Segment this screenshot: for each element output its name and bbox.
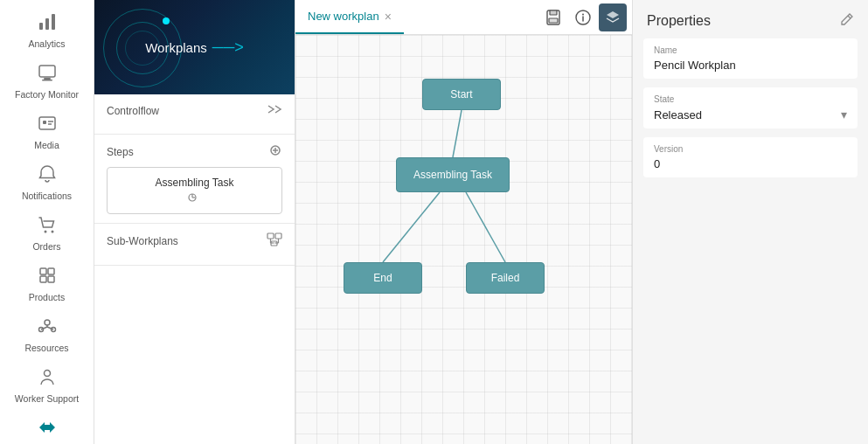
- prop-field-state[interactable]: State Released ▾: [643, 87, 858, 128]
- controlflow-section: Controlflow: [94, 94, 295, 135]
- svg-line-40: [383, 192, 440, 262]
- step-card-icon: [116, 192, 273, 205]
- flow-node-end[interactable]: End: [344, 262, 422, 294]
- svg-rect-7: [43, 121, 46, 124]
- svg-line-41: [466, 192, 505, 262]
- sub-workplans-section: Sub-Workplans: [94, 224, 295, 266]
- steps-section: Steps Assembling Task: [94, 135, 295, 224]
- step-card-assembling[interactable]: Assembling Task: [107, 167, 282, 214]
- main-area: New workplan × Start: [295, 0, 632, 444]
- properties-header: Properties: [633, 0, 868, 38]
- tab-label: New workplan: [308, 10, 379, 23]
- svg-rect-12: [40, 268, 46, 274]
- svg-point-38: [582, 14, 584, 16]
- workplans-icon: [38, 418, 57, 441]
- sidebar-item-label: Orders: [32, 241, 60, 252]
- svg-point-11: [51, 231, 53, 233]
- svg-rect-3: [39, 66, 55, 77]
- steps-title: Steps: [107, 146, 134, 158]
- svg-rect-27: [275, 233, 281, 239]
- workplans-arrow-icon: ──>: [212, 38, 244, 57]
- steps-icon[interactable]: [268, 143, 282, 160]
- svg-line-42: [848, 16, 851, 18]
- sidebar-item-label: Products: [29, 292, 65, 302]
- canvas-area[interactable]: Start Assembling Task End Failed: [295, 35, 632, 444]
- save-button[interactable]: [539, 3, 567, 31]
- prop-value-state: Released: [654, 108, 702, 121]
- sidebar-item-media[interactable]: Media: [0, 107, 94, 157]
- sub-workplans-header: Sub-Workplans: [107, 232, 282, 249]
- svg-rect-6: [39, 117, 55, 129]
- prop-value-version: 0: [654, 157, 847, 170]
- svg-point-16: [45, 320, 50, 325]
- svg-rect-13: [48, 268, 54, 274]
- sidebar: Analytics Factory Monitor Media Notifica…: [0, 0, 94, 444]
- sidebar-item-label: Media: [34, 140, 59, 150]
- sub-workplans-title: Sub-Workplans: [107, 235, 178, 247]
- sidebar-item-label: Notifications: [22, 191, 72, 201]
- sidebar-item-resources[interactable]: Resources: [0, 309, 94, 360]
- svg-line-39: [453, 110, 462, 157]
- svg-rect-4: [44, 78, 51, 80]
- products-icon: [38, 266, 57, 289]
- svg-rect-35: [549, 18, 558, 23]
- prop-field-version: Version 0: [643, 137, 858, 177]
- properties-edit-icon[interactable]: [840, 12, 854, 30]
- node-label-assembling: Assembling Task: [413, 169, 492, 181]
- worker-support-icon: [38, 367, 57, 391]
- prop-value-name: Pencil Workplan: [654, 59, 847, 72]
- orders-icon: [38, 215, 57, 239]
- chevron-down-icon: ▾: [841, 108, 847, 121]
- analytics-icon: [38, 12, 57, 36]
- sidebar-item-worker-support[interactable]: Worker Support: [0, 360, 94, 411]
- controlflow-header: Controlflow: [107, 103, 282, 118]
- svg-rect-15: [48, 276, 54, 282]
- left-panel-title-text: Workplans: [145, 40, 207, 55]
- sidebar-item-label: Resources: [24, 343, 68, 353]
- prop-label-version: Version: [654, 144, 847, 154]
- node-label-start: Start: [450, 88, 472, 101]
- left-panel: Workplans ──> Controlflow Steps A: [94, 0, 295, 444]
- sidebar-item-workplans[interactable]: Workplans: [0, 411, 94, 444]
- svg-rect-0: [39, 23, 43, 30]
- properties-title: Properties: [647, 13, 711, 29]
- prop-field-name: Name Pencil Workplan: [643, 38, 858, 79]
- factory-monitor-icon: [38, 63, 57, 87]
- resources-icon: [38, 316, 57, 340]
- sidebar-item-analytics[interactable]: Analytics: [0, 5, 94, 56]
- sidebar-item-notifications[interactable]: Notifications: [0, 157, 94, 208]
- top-right-icons: [539, 0, 632, 35]
- left-panel-header: Workplans ──>: [94, 0, 295, 94]
- sidebar-item-orders[interactable]: Orders: [0, 208, 94, 259]
- sidebar-item-factory-monitor[interactable]: Factory Monitor: [0, 56, 94, 107]
- sub-workplans-icon[interactable]: [267, 232, 282, 249]
- left-panel-title: Workplans ──>: [145, 38, 244, 57]
- prop-label-state: State: [654, 94, 847, 104]
- tabs-bar: New workplan ×: [295, 0, 632, 35]
- sidebar-item-label: Factory Monitor: [15, 89, 79, 100]
- layers-button[interactable]: [599, 3, 627, 31]
- controlflow-title: Controlflow: [107, 105, 159, 117]
- svg-point-10: [44, 231, 46, 233]
- svg-rect-34: [550, 10, 557, 15]
- svg-rect-1: [45, 18, 49, 30]
- svg-rect-26: [267, 233, 274, 239]
- tab-new-workplan[interactable]: New workplan ×: [295, 0, 404, 34]
- node-label-failed: Failed: [491, 272, 520, 284]
- flow-node-failed[interactable]: Failed: [466, 262, 545, 294]
- flow-node-assembling-task[interactable]: Assembling Task: [396, 157, 510, 192]
- svg-rect-14: [40, 276, 46, 282]
- info-button[interactable]: [569, 3, 597, 31]
- svg-rect-2: [52, 14, 55, 30]
- step-card-label: Assembling Task: [116, 177, 273, 189]
- tab-close-button[interactable]: ×: [385, 10, 392, 24]
- properties-panel: Properties Name Pencil Workplan State Re…: [632, 0, 868, 444]
- sidebar-item-label: Analytics: [28, 38, 65, 49]
- sidebar-item-label: Worker Support: [15, 393, 79, 404]
- flow-node-start[interactable]: Start: [422, 79, 501, 110]
- node-label-end: End: [373, 272, 392, 284]
- controlflow-icon[interactable]: [267, 103, 282, 118]
- prop-state-select[interactable]: Released ▾: [654, 108, 847, 121]
- notifications-icon: [38, 164, 57, 188]
- sidebar-item-products[interactable]: Products: [0, 259, 94, 309]
